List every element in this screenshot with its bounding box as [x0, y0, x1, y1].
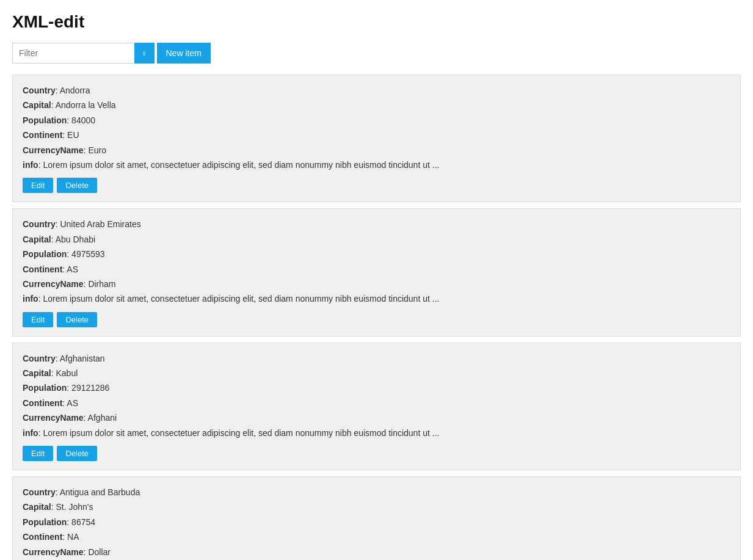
filter-icon: ♀ [141, 48, 148, 58]
field-label-country: Country [23, 354, 56, 363]
field-label-continent: Continent [23, 130, 62, 140]
field-capital: Capital: Abu Dhabi [23, 233, 730, 246]
field-value-continent: : AS [62, 264, 78, 274]
field-label-continent: Continent [23, 398, 62, 408]
edit-button[interactable]: Edit [23, 446, 53, 461]
field-value-currency_name: : Afghani [84, 413, 117, 423]
field-country: Country: Andorra [23, 84, 730, 97]
field-value-population: : 29121286 [67, 383, 109, 393]
field-label-info: info [23, 294, 38, 304]
field-value-population: : 84000 [67, 115, 95, 125]
item-actions: EditDelete [23, 446, 730, 461]
field-info: info: Lorem ipsum dolor sit amet, consec… [23, 158, 730, 172]
field-value-country: : Antigua and Barbuda [56, 487, 140, 497]
field-country: Country: Antigua and Barbuda [23, 485, 730, 499]
edit-button[interactable]: Edit [23, 312, 53, 327]
field-info: info: Lorem ipsum dolor sit amet, consec… [23, 426, 730, 440]
item-card: Country: AfghanistanCapital: KabulPopula… [12, 343, 741, 470]
field-label-capital: Capital [23, 502, 51, 512]
field-label-population: Population [23, 249, 67, 259]
new-item-button[interactable]: New item [157, 43, 211, 64]
field-label-currency_name: CurrencyName [23, 413, 84, 423]
field-label-continent: Continent [23, 532, 62, 542]
field-value-info: : Lorem ipsum dolor sit amet, consectetu… [38, 294, 440, 304]
field-label-currency_name: CurrencyName [23, 145, 84, 155]
field-currency_name: CurrencyName: Euro [23, 144, 730, 157]
item-card: Country: AndorraCapital: Andorra la Vell… [12, 75, 741, 202]
field-info: info: Lorem ipsum dolor sit amet, consec… [23, 292, 730, 305]
field-capital: Capital: Andorra la Vella [23, 98, 730, 112]
field-value-continent: : AS [62, 398, 78, 408]
field-label-population: Population [23, 517, 67, 527]
field-label-info: info [23, 160, 38, 170]
item-actions: EditDelete [23, 312, 730, 327]
field-value-capital: : Abu Dhabi [51, 235, 95, 244]
field-currency_name: CurrencyName: Dirham [23, 277, 730, 291]
field-value-info: : Lorem ipsum dolor sit amet, consectetu… [38, 160, 440, 170]
delete-button[interactable]: Delete [57, 446, 97, 461]
field-value-country: : United Arab Emirates [56, 219, 141, 229]
field-label-continent: Continent [23, 264, 62, 274]
field-capital: Capital: Kabul [23, 366, 730, 380]
filter-icon-button[interactable]: ♀ [134, 43, 155, 64]
field-label-currency_name: CurrencyName [23, 547, 84, 557]
delete-button[interactable]: Delete [57, 178, 97, 193]
field-value-capital: : St. John's [51, 502, 93, 512]
field-value-currency_name: : Dollar [84, 547, 111, 557]
field-value-continent: : EU [62, 130, 79, 140]
field-continent: Continent: EU [23, 128, 730, 142]
field-continent: Continent: NA [23, 530, 730, 544]
field-value-continent: : NA [62, 532, 79, 542]
field-label-population: Population [23, 115, 67, 125]
field-capital: Capital: St. John's [23, 500, 730, 514]
field-currency_name: CurrencyName: Afghani [23, 411, 730, 424]
field-population: Population: 86754 [23, 515, 730, 529]
toolbar: ♀ New item [12, 43, 741, 64]
field-label-population: Population [23, 383, 67, 393]
field-value-country: : Andorra [56, 85, 90, 95]
field-population: Population: 29121286 [23, 381, 730, 395]
items-container: Country: AndorraCapital: Andorra la Vell… [12, 75, 741, 560]
field-value-population: : 86754 [67, 517, 95, 527]
delete-button[interactable]: Delete [57, 312, 97, 327]
page-title: XML-edit [12, 12, 741, 32]
item-actions: EditDelete [23, 178, 730, 193]
field-value-capital: : Kabul [51, 368, 78, 378]
field-value-population: : 4975593 [67, 249, 104, 259]
field-label-capital: Capital [23, 100, 51, 110]
field-value-info: : Lorem ipsum dolor sit amet, consectetu… [38, 428, 440, 438]
field-label-info: info [23, 428, 38, 438]
field-continent: Continent: AS [23, 263, 730, 276]
filter-input[interactable] [12, 43, 134, 64]
field-country: Country: United Arab Emirates [23, 217, 730, 231]
field-value-capital: : Andorra la Vella [51, 100, 116, 110]
field-value-currency_name: : Dirham [84, 279, 116, 289]
field-value-country: : Afghanistan [56, 354, 105, 363]
edit-button[interactable]: Edit [23, 178, 53, 193]
field-currency_name: CurrencyName: Dollar [23, 545, 730, 559]
field-country: Country: Afghanistan [23, 352, 730, 365]
field-label-capital: Capital [23, 235, 51, 244]
field-label-country: Country [23, 219, 56, 229]
field-label-country: Country [23, 487, 56, 497]
item-card: Country: United Arab EmiratesCapital: Ab… [12, 208, 741, 336]
field-label-country: Country [23, 85, 56, 95]
field-label-currency_name: CurrencyName [23, 279, 84, 289]
field-value-currency_name: : Euro [84, 145, 106, 155]
field-label-capital: Capital [23, 368, 51, 378]
field-population: Population: 84000 [23, 114, 730, 127]
field-continent: Continent: AS [23, 396, 730, 410]
field-population: Population: 4975593 [23, 247, 730, 261]
item-card: Country: Antigua and BarbudaCapital: St.… [12, 476, 741, 560]
